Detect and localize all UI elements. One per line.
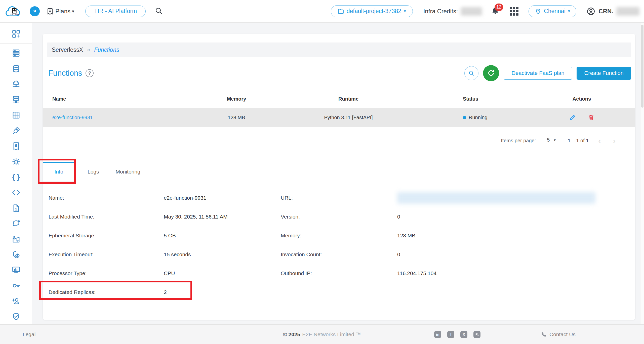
cloud-network-icon[interactable] xyxy=(11,79,21,89)
collapse-chevrons: » xyxy=(33,7,36,14)
sidebar-divider xyxy=(0,43,32,44)
breadcrumb-parent[interactable]: ServerlessX xyxy=(52,47,83,53)
info-value-ephemeral-storage: 5 GB xyxy=(164,233,281,239)
api-key-icon[interactable] xyxy=(11,281,21,291)
tab-info[interactable]: Info xyxy=(43,162,75,182)
items-per-page-label: Items per page: xyxy=(501,138,536,144)
compute-servers-icon[interactable] xyxy=(11,48,21,58)
page-title-text: Functions xyxy=(48,69,82,78)
linkedin-icon[interactable]: in xyxy=(434,331,441,338)
project-selector[interactable]: default-project-37382 ▾ xyxy=(331,5,413,17)
chevron-down-icon: ▾ xyxy=(554,138,556,142)
sidebar-collapse-button[interactable]: » xyxy=(30,6,40,16)
region-selector[interactable]: Chennai ▾ xyxy=(529,5,576,17)
location-pin-icon xyxy=(535,8,541,15)
server-cluster-icon[interactable] xyxy=(11,95,21,105)
status-dot xyxy=(463,116,466,119)
apps-grid-icon[interactable] xyxy=(510,7,518,16)
info-value-last-modified: May 30, 2025, 11:56:11 AM xyxy=(164,214,281,220)
page-title: Functions ? xyxy=(48,69,94,78)
table-search-button[interactable] xyxy=(464,66,478,80)
top-bar: E2E Cloud » Plans ▾ TIR - AI Platform de… xyxy=(0,0,644,23)
info-value-outbound-ip: 116.204.175.104 xyxy=(397,270,635,276)
user-account[interactable]: CRN. xyxy=(586,7,639,16)
page-size-select[interactable]: 5 ▾ xyxy=(543,136,558,145)
functions-table: Name Memory Runtime Status Actions e2e-f… xyxy=(43,90,635,127)
infra-credits-value-redacted xyxy=(461,7,482,16)
refresh-button[interactable] xyxy=(483,65,499,81)
e2e-cloud-logo[interactable]: E2E Cloud xyxy=(5,4,24,19)
tab-monitoring[interactable]: Monitoring xyxy=(116,162,140,182)
column-header-memory: Memory xyxy=(184,96,289,102)
header-right-group: default-project-37382 ▾ Infra Credits: 1… xyxy=(331,5,639,17)
contact-us-link[interactable]: Contact Us xyxy=(541,331,576,337)
previous-page-button[interactable]: ‹ xyxy=(596,136,603,145)
logo-text: E2E Cloud xyxy=(10,13,19,16)
info-label-memory: Memory: xyxy=(281,233,397,239)
legal-link[interactable]: Legal xyxy=(23,331,35,337)
vertical-scrollbar[interactable] xyxy=(640,23,644,344)
deactivate-faas-button[interactable]: Deactivate FaaS plan xyxy=(504,67,572,80)
factory-icon[interactable] xyxy=(11,234,21,244)
column-header-name: Name xyxy=(43,96,184,102)
facebook-icon[interactable]: f xyxy=(447,331,454,338)
header-search-icon[interactable] xyxy=(155,7,163,16)
billing-icon[interactable] xyxy=(11,141,21,151)
document-icon[interactable] xyxy=(11,203,21,213)
help-icon[interactable]: ? xyxy=(86,69,94,77)
user-crn-label: CRN. xyxy=(598,8,613,15)
function-name-link[interactable]: e2e-function-9931 xyxy=(52,115,93,120)
scrollbar-thumb[interactable] xyxy=(641,25,643,108)
folder-icon xyxy=(338,8,344,15)
notification-count-badge: 12 xyxy=(495,4,503,11)
column-header-actions: Actions xyxy=(528,96,635,102)
create-function-button[interactable]: Create Function xyxy=(577,67,631,80)
add-user-icon[interactable] xyxy=(11,296,21,306)
notifications-bell[interactable]: 12 xyxy=(491,7,500,16)
code-tags-icon[interactable] xyxy=(11,188,21,198)
rss-icon[interactable] xyxy=(473,331,480,338)
info-label-outbound-ip: Outbound IP: xyxy=(281,270,397,276)
url-value-redacted[interactable] xyxy=(397,192,595,204)
info-label-name: Name: xyxy=(49,195,164,201)
plans-menu[interactable]: Plans ▾ xyxy=(46,8,74,15)
refresh-icon xyxy=(487,69,495,77)
tir-platform-label: TIR - AI Platform xyxy=(94,8,137,15)
tab-logs[interactable]: Logs xyxy=(88,162,99,182)
title-row: Functions ? Deactivate FaaS plan Create … xyxy=(43,66,635,80)
edit-icon[interactable] xyxy=(569,114,576,121)
dashboard-add-icon[interactable] xyxy=(11,29,21,39)
plans-label: Plans xyxy=(55,8,70,15)
x-twitter-icon[interactable]: X xyxy=(460,331,467,338)
info-value-invocation-count: 0 xyxy=(397,251,635,257)
settings-gear-icon[interactable] xyxy=(11,157,21,167)
breadcrumb-current[interactable]: Functions xyxy=(94,47,119,53)
rocket-launch-icon[interactable] xyxy=(11,126,21,136)
copyright-year: © 2025 xyxy=(283,331,300,337)
pagination: Items per page: 5 ▾ 1 – 1 of 1 ‹ › xyxy=(43,134,635,148)
footer: Legal © 2025 E2E Networks Limited ™ in f… xyxy=(0,324,644,344)
breadcrumb: ServerlessX » Functions xyxy=(47,42,631,57)
region-name: Chennai xyxy=(544,8,566,15)
database-icon[interactable] xyxy=(11,64,21,74)
functions-card: ServerlessX » Functions Functions ? Deac… xyxy=(43,34,635,320)
breadcrumb-separator: » xyxy=(87,47,90,53)
container-grid-icon[interactable] xyxy=(11,110,21,120)
info-value-dedicated-replicas: 2 xyxy=(164,289,281,295)
shield-user-icon[interactable] xyxy=(11,250,21,260)
code-braces-icon[interactable]: { } xyxy=(11,172,21,182)
function-memory: 128 MB xyxy=(184,115,289,120)
monitoring-icon[interactable] xyxy=(11,265,21,275)
shield-check-icon[interactable] xyxy=(11,312,21,322)
next-page-button[interactable]: › xyxy=(611,136,618,145)
social-links: in f X xyxy=(434,331,480,338)
tir-platform-badge[interactable]: TIR - AI Platform xyxy=(85,6,146,17)
contact-us-label: Contact Us xyxy=(549,331,576,337)
chevron-down-icon: ▾ xyxy=(404,9,406,14)
chat-help-icon[interactable] xyxy=(11,219,21,229)
chevron-down-icon: ▾ xyxy=(568,9,570,14)
info-label-url: URL: xyxy=(281,195,397,201)
delete-icon[interactable] xyxy=(588,114,595,121)
function-status: Running xyxy=(408,115,528,120)
table-row[interactable]: e2e-function-9931 128 MB Python 3.11 [Fa… xyxy=(43,108,635,127)
